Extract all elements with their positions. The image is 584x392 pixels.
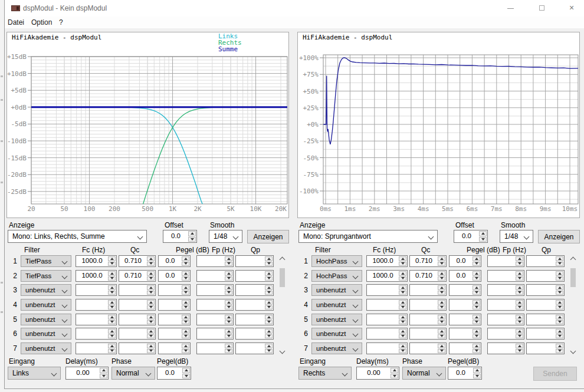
spin-down-button[interactable] xyxy=(225,320,232,325)
spin-down-button[interactable] xyxy=(399,320,406,325)
spin-down-button[interactable] xyxy=(556,334,563,339)
spin-down-button[interactable] xyxy=(438,305,445,310)
filter-type-select[interactable]: unbenutzt xyxy=(311,328,362,340)
spin-down-button[interactable] xyxy=(265,291,273,295)
fc-field[interactable]: 1000.0 xyxy=(76,270,117,282)
spin-up-button[interactable] xyxy=(516,285,523,290)
fc-field[interactable]: 1000.0 xyxy=(366,255,408,267)
spin-up-button[interactable] xyxy=(108,300,116,305)
spin-down-button[interactable] xyxy=(265,305,273,310)
spin-down-button[interactable] xyxy=(100,374,107,379)
spin-up-button[interactable] xyxy=(556,344,563,348)
spin-down-button[interactable] xyxy=(399,291,406,295)
spin-down-button[interactable] xyxy=(108,262,116,266)
spin-down-button[interactable] xyxy=(473,320,480,325)
close-button[interactable]: × xyxy=(562,0,582,17)
pegel-field[interactable]: 0.0 xyxy=(448,367,482,380)
fp-field[interactable] xyxy=(487,299,524,311)
spin-down-button[interactable] xyxy=(399,276,406,281)
spin-up-button[interactable] xyxy=(265,271,273,276)
spin-down-button[interactable] xyxy=(438,262,445,266)
spin-down-button[interactable] xyxy=(147,320,155,325)
spin-down-button[interactable] xyxy=(516,262,523,266)
filter-type-select[interactable]: unbenutzt xyxy=(21,284,71,296)
pegel-field[interactable] xyxy=(449,299,481,311)
qp-field[interactable] xyxy=(526,342,565,354)
anzeigen-button[interactable]: Anzeigen xyxy=(247,230,289,243)
spin-up-button[interactable] xyxy=(391,368,398,373)
spin-up-button[interactable] xyxy=(182,344,189,348)
spin-down-button[interactable] xyxy=(473,291,480,295)
pegel-field[interactable] xyxy=(158,314,191,325)
spin-down-button[interactable] xyxy=(182,334,189,339)
spin-down-button[interactable] xyxy=(182,305,189,310)
spin-up-button[interactable] xyxy=(225,329,232,334)
qp-field[interactable] xyxy=(526,284,565,296)
spin-up-button[interactable] xyxy=(265,329,273,334)
spin-up-button[interactable] xyxy=(399,285,406,290)
spin-down-button[interactable] xyxy=(516,276,523,281)
fc-field[interactable]: 1000.0 xyxy=(76,255,117,267)
spin-up-button[interactable] xyxy=(182,315,189,319)
spin-down-button[interactable] xyxy=(225,276,232,281)
pegel-field[interactable] xyxy=(449,284,481,296)
minimize-button[interactable] xyxy=(501,0,521,17)
spin-down-button[interactable] xyxy=(182,262,189,266)
fp-field[interactable] xyxy=(196,270,234,282)
scrollbar-thumb[interactable] xyxy=(280,268,285,287)
anzeige-select[interactable]: Mono: Sprungantwort xyxy=(298,230,438,243)
spin-down-button[interactable] xyxy=(265,276,273,281)
spin-up-button[interactable] xyxy=(556,256,563,261)
spin-up-button[interactable] xyxy=(265,315,273,319)
fp-field[interactable] xyxy=(487,328,524,340)
spin-down-button[interactable] xyxy=(556,349,563,354)
spin-down-button[interactable] xyxy=(516,349,523,354)
qc-field[interactable] xyxy=(409,284,447,296)
filter-type-select[interactable]: unbenutzt xyxy=(311,299,362,311)
spin-down-button[interactable] xyxy=(108,334,116,339)
spin-down-button[interactable] xyxy=(556,305,563,310)
spin-down-button[interactable] xyxy=(516,334,523,339)
spin-down-button[interactable] xyxy=(265,349,273,354)
spin-down-button[interactable] xyxy=(399,305,406,310)
phase-select[interactable]: Normal xyxy=(111,367,155,380)
fc-field[interactable]: 1000.0 xyxy=(366,270,408,282)
spin-down-button[interactable] xyxy=(225,349,232,354)
spin-down-button[interactable] xyxy=(556,320,563,325)
spin-up-button[interactable] xyxy=(108,271,116,276)
spin-down-button[interactable] xyxy=(265,262,273,266)
spin-down-button[interactable] xyxy=(265,320,273,325)
scroll-up-icon[interactable] xyxy=(570,257,576,263)
fp-field[interactable] xyxy=(196,342,234,354)
spin-up-button[interactable] xyxy=(147,315,155,319)
qp-field[interactable] xyxy=(526,255,565,267)
spin-up-button[interactable] xyxy=(556,285,563,290)
qp-field[interactable] xyxy=(526,328,565,340)
filter-type-select[interactable]: unbenutzt xyxy=(311,314,362,325)
qp-field[interactable] xyxy=(235,328,274,340)
spin-up-button[interactable] xyxy=(108,256,116,261)
fp-field[interactable] xyxy=(487,284,524,296)
fp-field[interactable] xyxy=(487,314,524,325)
spin-up-button[interactable] xyxy=(516,344,523,348)
spin-up-button[interactable] xyxy=(108,329,116,334)
spin-down-button[interactable] xyxy=(473,349,480,354)
spin-down-button[interactable] xyxy=(147,291,155,295)
spin-up-button[interactable] xyxy=(265,285,273,290)
spin-up-button[interactable] xyxy=(147,285,155,290)
spin-down-button[interactable] xyxy=(516,291,523,295)
fc-field[interactable] xyxy=(366,299,408,311)
spin-up-button[interactable] xyxy=(556,315,563,319)
fc-field[interactable] xyxy=(76,342,117,354)
spin-up-button[interactable] xyxy=(225,315,232,319)
spin-up-button[interactable] xyxy=(399,329,406,334)
delay-field[interactable]: 0.00 xyxy=(65,367,109,380)
spin-down-button[interactable] xyxy=(556,276,563,281)
qp-field[interactable] xyxy=(235,314,274,325)
spin-up-button[interactable] xyxy=(556,300,563,305)
spin-up-button[interactable] xyxy=(265,344,273,348)
spin-down-button[interactable] xyxy=(391,374,398,379)
spin-down-button[interactable] xyxy=(182,374,190,379)
spin-up-button[interactable] xyxy=(473,285,480,290)
fp-field[interactable] xyxy=(196,328,234,340)
